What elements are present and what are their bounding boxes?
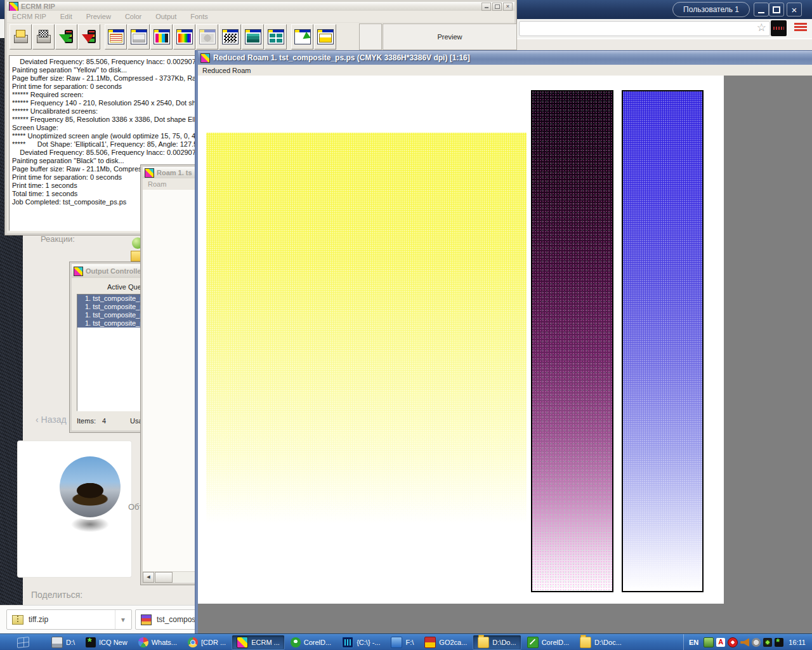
icq-tray-icon[interactable] [775, 638, 783, 647]
extension-icon[interactable] [771, 20, 787, 36]
browser-minimize-button[interactable] [754, 3, 769, 17]
media-layers-button[interactable] [242, 24, 264, 50]
task-label: D:\Doc... [594, 639, 622, 646]
queue-stop-button[interactable] [78, 24, 100, 50]
drum-disabled-button[interactable] [196, 24, 218, 50]
browser-menu-icon[interactable] [794, 23, 807, 31]
back-link[interactable]: ‹ Назад [36, 415, 67, 425]
cassette-grid-icon [268, 29, 284, 44]
menu-reduced-roam[interactable]: Reduced Roam [202, 67, 251, 74]
maximize-button[interactable] [492, 3, 502, 11]
taskbar-task[interactable]: {C:\} -... [337, 635, 384, 649]
download-item-tiff[interactable]: tiff.zip ▼ [6, 609, 132, 630]
calibration-bar-button[interactable] [173, 24, 195, 50]
taskbar-task[interactable]: D:\ [47, 635, 79, 649]
menu-edit[interactable]: Edit [60, 13, 72, 20]
taskbar-task[interactable]: GO2ca... [420, 635, 471, 649]
taskbar-task[interactable]: ICQ New [81, 635, 132, 649]
ecrm-menubar: ECRM RIPEditPreviewColorOutputFonts [7, 11, 514, 23]
address-bar[interactable] [519, 21, 770, 36]
ecrm-app-icon [9, 2, 18, 11]
drive-icon [51, 637, 63, 648]
taskbar-task[interactable]: [CDR ... [183, 635, 230, 649]
scroll-left-button[interactable]: ◀ [143, 572, 154, 583]
taskbar-task[interactable]: Whats... [134, 635, 181, 649]
folder-icon [478, 637, 489, 648]
ecrm-toolbar [10, 23, 337, 50]
task-label: Whats... [152, 639, 177, 646]
menu-color[interactable]: Color [125, 13, 141, 20]
taskbar-clock[interactable]: 16:11 [789, 639, 806, 646]
menu-ecrm-rip[interactable]: ECRM RIP [12, 13, 46, 20]
menu-fonts[interactable]: Fonts [190, 13, 208, 20]
chevron-down-icon[interactable]: ▼ [115, 610, 126, 629]
roam-view-icon [294, 29, 311, 44]
volume-tray-icon[interactable] [740, 638, 749, 647]
task-label: GO2ca... [439, 639, 467, 646]
queue-start-icon [59, 30, 74, 44]
usb-tray-icon[interactable] [704, 637, 714, 647]
output-controller-icon [74, 267, 83, 276]
measure-button[interactable] [314, 24, 336, 50]
scrollbar-thumb[interactable] [155, 572, 173, 583]
ecrm-titlebar[interactable]: ECRM RIP × [7, 2, 514, 11]
roam-app-icon [145, 168, 154, 178]
blue-gradient-strip [622, 90, 704, 592]
download-label: tiff.zip [29, 615, 48, 624]
measure-icon [317, 29, 334, 44]
print-halftone-button[interactable] [32, 24, 55, 50]
separations-icon [154, 29, 170, 44]
calibration-bar-icon [176, 29, 193, 44]
queue-start-button[interactable] [55, 24, 77, 50]
audio-tray-icon[interactable] [752, 638, 761, 647]
job-ticket-button[interactable] [105, 24, 127, 50]
menu-output[interactable]: Output [155, 13, 176, 20]
drum-disabled-icon [199, 29, 216, 44]
language-indicator[interactable]: EN [689, 639, 698, 646]
taskbar: D:\ICQ NewWhats...[CDR ...ECRM ...CorelD… [0, 633, 812, 650]
cassette-grid-button[interactable] [265, 24, 287, 50]
close-button[interactable]: × [503, 3, 513, 11]
separations-button[interactable] [150, 24, 173, 50]
browser-close-button[interactable]: × [787, 3, 802, 17]
taskbar-tasks: D:\ICQ NewWhats...[CDR ...ECRM ...CorelD… [47, 634, 681, 650]
corel2-icon [527, 637, 539, 648]
taskbar-task[interactable]: F:\ [386, 635, 418, 649]
reduced-roam-titlebar[interactable]: Reduced Roam 1. tst_composite_ps.ps (CMY… [198, 51, 812, 65]
taskbar-task[interactable]: CorelD... [523, 635, 573, 649]
device-status-button[interactable] [128, 24, 150, 50]
folder-icon [580, 637, 591, 648]
browser-profile-button[interactable]: Пользователь 1 [672, 2, 750, 17]
taskbar-task[interactable]: D:\Doc... [575, 635, 626, 649]
minimize-icon [485, 7, 488, 8]
roam-title: Roam 1. ts [157, 169, 192, 176]
menu-roam[interactable]: Roam [148, 180, 166, 188]
download-label: tst_composi [157, 615, 197, 624]
print-job-button[interactable] [10, 24, 32, 50]
reactions-label: Реакции: [41, 234, 75, 244]
menu-preview[interactable]: Preview [86, 13, 111, 20]
power-tray-icon[interactable] [728, 637, 738, 647]
device-status-icon [131, 29, 147, 44]
reduced-roam-content [198, 76, 812, 633]
screen-pattern-button[interactable] [219, 24, 241, 50]
task-label: D:\ [66, 639, 75, 646]
corel-icon [291, 637, 301, 647]
zip-icon [12, 615, 23, 625]
start-button[interactable] [17, 637, 29, 648]
bookmark-star-icon[interactable]: ☆ [757, 21, 766, 35]
acrobat-tray-icon[interactable] [716, 638, 725, 647]
minimize-button[interactable] [481, 3, 491, 11]
reduced-roam-app-icon [200, 53, 210, 63]
media-layers-icon [245, 29, 261, 44]
nvidia-tray-icon[interactable] [763, 638, 772, 647]
job-ticket-icon [108, 29, 124, 44]
avatar[interactable] [60, 456, 121, 517]
chrome-icon [188, 637, 198, 647]
taskbar-task[interactable]: D:\Do... [473, 635, 520, 649]
queue-stop-icon [82, 30, 97, 44]
browser-restore-button[interactable] [769, 3, 784, 17]
taskbar-task[interactable]: CorelD... [286, 635, 336, 649]
taskbar-task[interactable]: ECRM ... [232, 635, 284, 649]
roam-view-button[interactable] [291, 24, 313, 50]
